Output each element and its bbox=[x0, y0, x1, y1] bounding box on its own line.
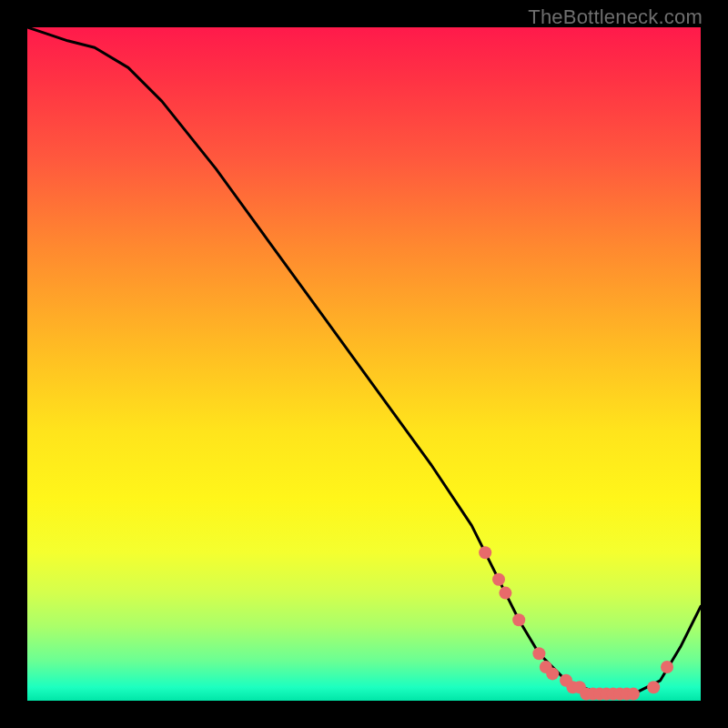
optimal-range-markers bbox=[479, 546, 673, 700]
marker-point bbox=[647, 681, 660, 693]
marker-point bbox=[546, 667, 559, 680]
chart-frame: TheBottleneck.com bbox=[0, 0, 728, 728]
marker-point bbox=[499, 587, 511, 600]
marker-point bbox=[479, 546, 491, 559]
marker-point bbox=[627, 688, 640, 701]
bottleneck-curve bbox=[27, 27, 701, 694]
curve-svg bbox=[27, 27, 701, 701]
watermark-text: TheBottleneck.com bbox=[528, 5, 703, 29]
marker-point bbox=[532, 647, 545, 660]
marker-point bbox=[661, 661, 673, 673]
marker-point bbox=[512, 613, 525, 626]
plot-area bbox=[27, 27, 701, 701]
marker-point bbox=[492, 573, 505, 586]
